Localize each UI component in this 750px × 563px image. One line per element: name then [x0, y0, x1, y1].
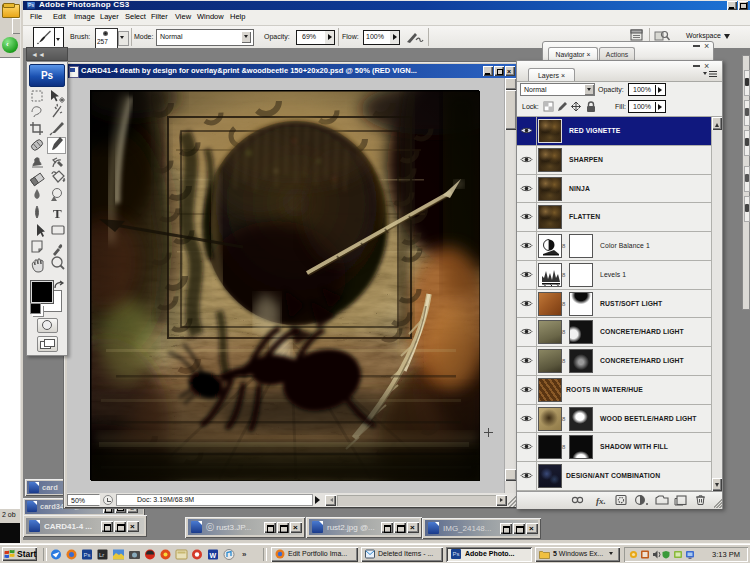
svg-text:fx.: fx.	[596, 496, 606, 506]
svg-text:»: »	[242, 550, 247, 559]
svg-text:Lr: Lr	[99, 552, 104, 558]
svg-text:T: T	[53, 206, 62, 221]
svg-text:Ps: Ps	[84, 552, 91, 558]
svg-text:W: W	[210, 552, 217, 559]
